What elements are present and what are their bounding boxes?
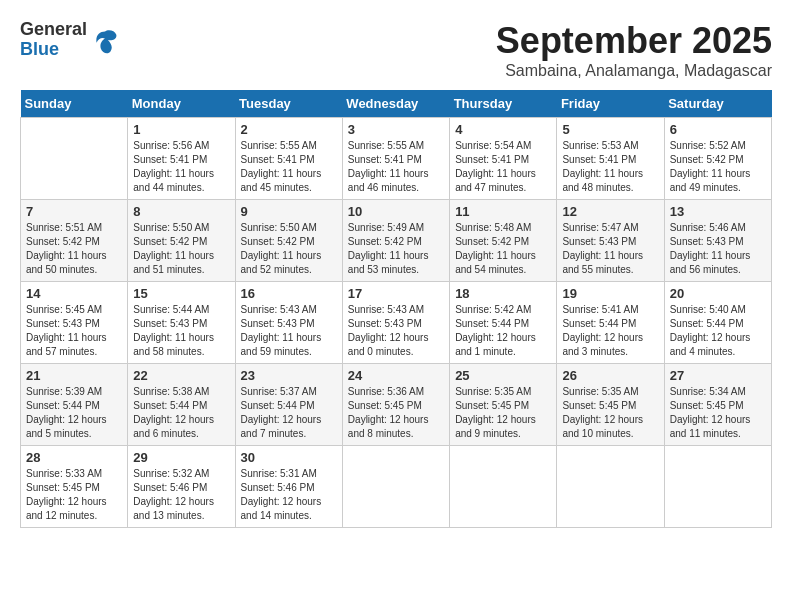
weekday-header-wednesday: Wednesday: [342, 90, 449, 118]
day-number: 21: [26, 368, 122, 383]
day-info: Sunrise: 5:41 AMSunset: 5:44 PMDaylight:…: [562, 304, 643, 357]
day-info: Sunrise: 5:31 AMSunset: 5:46 PMDaylight:…: [241, 468, 322, 521]
calendar-cell: 29Sunrise: 5:32 AMSunset: 5:46 PMDayligh…: [128, 446, 235, 528]
calendar-cell: [342, 446, 449, 528]
calendar-cell: [21, 118, 128, 200]
day-info: Sunrise: 5:33 AMSunset: 5:45 PMDaylight:…: [26, 468, 107, 521]
day-number: 19: [562, 286, 658, 301]
day-info: Sunrise: 5:32 AMSunset: 5:46 PMDaylight:…: [133, 468, 214, 521]
day-info: Sunrise: 5:37 AMSunset: 5:44 PMDaylight:…: [241, 386, 322, 439]
calendar-cell: 21Sunrise: 5:39 AMSunset: 5:44 PMDayligh…: [21, 364, 128, 446]
title-block: September 2025 Sambaina, Analamanga, Mad…: [496, 20, 772, 80]
logo-bird-icon: [91, 26, 119, 54]
calendar-cell: 27Sunrise: 5:34 AMSunset: 5:45 PMDayligh…: [664, 364, 771, 446]
day-info: Sunrise: 5:36 AMSunset: 5:45 PMDaylight:…: [348, 386, 429, 439]
calendar-week-row: 1Sunrise: 5:56 AMSunset: 5:41 PMDaylight…: [21, 118, 772, 200]
calendar-cell: 23Sunrise: 5:37 AMSunset: 5:44 PMDayligh…: [235, 364, 342, 446]
weekday-header-friday: Friday: [557, 90, 664, 118]
day-number: 28: [26, 450, 122, 465]
day-number: 3: [348, 122, 444, 137]
calendar-cell: 25Sunrise: 5:35 AMSunset: 5:45 PMDayligh…: [450, 364, 557, 446]
day-info: Sunrise: 5:35 AMSunset: 5:45 PMDaylight:…: [562, 386, 643, 439]
calendar-cell: 13Sunrise: 5:46 AMSunset: 5:43 PMDayligh…: [664, 200, 771, 282]
day-number: 7: [26, 204, 122, 219]
day-info: Sunrise: 5:46 AMSunset: 5:43 PMDaylight:…: [670, 222, 751, 275]
calendar-table: SundayMondayTuesdayWednesdayThursdayFrid…: [20, 90, 772, 528]
weekday-header-sunday: Sunday: [21, 90, 128, 118]
calendar-week-row: 14Sunrise: 5:45 AMSunset: 5:43 PMDayligh…: [21, 282, 772, 364]
calendar-cell: 16Sunrise: 5:43 AMSunset: 5:43 PMDayligh…: [235, 282, 342, 364]
calendar-cell: [557, 446, 664, 528]
calendar-cell: 22Sunrise: 5:38 AMSunset: 5:44 PMDayligh…: [128, 364, 235, 446]
day-number: 5: [562, 122, 658, 137]
day-number: 20: [670, 286, 766, 301]
day-number: 22: [133, 368, 229, 383]
calendar-cell: 10Sunrise: 5:49 AMSunset: 5:42 PMDayligh…: [342, 200, 449, 282]
day-number: 16: [241, 286, 337, 301]
calendar-cell: 8Sunrise: 5:50 AMSunset: 5:42 PMDaylight…: [128, 200, 235, 282]
day-info: Sunrise: 5:47 AMSunset: 5:43 PMDaylight:…: [562, 222, 643, 275]
calendar-cell: 15Sunrise: 5:44 AMSunset: 5:43 PMDayligh…: [128, 282, 235, 364]
calendar-cell: 20Sunrise: 5:40 AMSunset: 5:44 PMDayligh…: [664, 282, 771, 364]
day-info: Sunrise: 5:55 AMSunset: 5:41 PMDaylight:…: [241, 140, 322, 193]
logo-blue: Blue: [20, 39, 59, 59]
calendar-cell: 12Sunrise: 5:47 AMSunset: 5:43 PMDayligh…: [557, 200, 664, 282]
day-info: Sunrise: 5:40 AMSunset: 5:44 PMDaylight:…: [670, 304, 751, 357]
day-info: Sunrise: 5:55 AMSunset: 5:41 PMDaylight:…: [348, 140, 429, 193]
day-info: Sunrise: 5:45 AMSunset: 5:43 PMDaylight:…: [26, 304, 107, 357]
calendar-week-row: 21Sunrise: 5:39 AMSunset: 5:44 PMDayligh…: [21, 364, 772, 446]
calendar-cell: 7Sunrise: 5:51 AMSunset: 5:42 PMDaylight…: [21, 200, 128, 282]
calendar-cell: 28Sunrise: 5:33 AMSunset: 5:45 PMDayligh…: [21, 446, 128, 528]
day-info: Sunrise: 5:35 AMSunset: 5:45 PMDaylight:…: [455, 386, 536, 439]
calendar-cell: 26Sunrise: 5:35 AMSunset: 5:45 PMDayligh…: [557, 364, 664, 446]
day-info: Sunrise: 5:48 AMSunset: 5:42 PMDaylight:…: [455, 222, 536, 275]
day-number: 24: [348, 368, 444, 383]
calendar-cell: 30Sunrise: 5:31 AMSunset: 5:46 PMDayligh…: [235, 446, 342, 528]
calendar-cell: 5Sunrise: 5:53 AMSunset: 5:41 PMDaylight…: [557, 118, 664, 200]
day-info: Sunrise: 5:34 AMSunset: 5:45 PMDaylight:…: [670, 386, 751, 439]
calendar-cell: 18Sunrise: 5:42 AMSunset: 5:44 PMDayligh…: [450, 282, 557, 364]
calendar-cell: 11Sunrise: 5:48 AMSunset: 5:42 PMDayligh…: [450, 200, 557, 282]
day-info: Sunrise: 5:53 AMSunset: 5:41 PMDaylight:…: [562, 140, 643, 193]
weekday-header-row: SundayMondayTuesdayWednesdayThursdayFrid…: [21, 90, 772, 118]
day-number: 1: [133, 122, 229, 137]
calendar-cell: 17Sunrise: 5:43 AMSunset: 5:43 PMDayligh…: [342, 282, 449, 364]
calendar-cell: 6Sunrise: 5:52 AMSunset: 5:42 PMDaylight…: [664, 118, 771, 200]
location: Sambaina, Analamanga, Madagascar: [496, 62, 772, 80]
day-info: Sunrise: 5:43 AMSunset: 5:43 PMDaylight:…: [348, 304, 429, 357]
calendar-cell: 2Sunrise: 5:55 AMSunset: 5:41 PMDaylight…: [235, 118, 342, 200]
day-number: 14: [26, 286, 122, 301]
calendar-cell: 4Sunrise: 5:54 AMSunset: 5:41 PMDaylight…: [450, 118, 557, 200]
day-number: 30: [241, 450, 337, 465]
day-number: 4: [455, 122, 551, 137]
weekday-header-thursday: Thursday: [450, 90, 557, 118]
day-info: Sunrise: 5:51 AMSunset: 5:42 PMDaylight:…: [26, 222, 107, 275]
day-number: 11: [455, 204, 551, 219]
day-info: Sunrise: 5:50 AMSunset: 5:42 PMDaylight:…: [241, 222, 322, 275]
day-number: 17: [348, 286, 444, 301]
calendar-cell: 9Sunrise: 5:50 AMSunset: 5:42 PMDaylight…: [235, 200, 342, 282]
day-info: Sunrise: 5:54 AMSunset: 5:41 PMDaylight:…: [455, 140, 536, 193]
day-number: 10: [348, 204, 444, 219]
calendar-cell: 3Sunrise: 5:55 AMSunset: 5:41 PMDaylight…: [342, 118, 449, 200]
day-number: 6: [670, 122, 766, 137]
weekday-header-monday: Monday: [128, 90, 235, 118]
logo-text: General Blue: [20, 20, 87, 60]
day-number: 18: [455, 286, 551, 301]
logo-general: General: [20, 19, 87, 39]
month-title: September 2025: [496, 20, 772, 62]
day-info: Sunrise: 5:38 AMSunset: 5:44 PMDaylight:…: [133, 386, 214, 439]
calendar-week-row: 7Sunrise: 5:51 AMSunset: 5:42 PMDaylight…: [21, 200, 772, 282]
day-info: Sunrise: 5:44 AMSunset: 5:43 PMDaylight:…: [133, 304, 214, 357]
day-number: 12: [562, 204, 658, 219]
calendar-cell: 1Sunrise: 5:56 AMSunset: 5:41 PMDaylight…: [128, 118, 235, 200]
day-number: 9: [241, 204, 337, 219]
day-number: 26: [562, 368, 658, 383]
day-number: 13: [670, 204, 766, 219]
calendar-week-row: 28Sunrise: 5:33 AMSunset: 5:45 PMDayligh…: [21, 446, 772, 528]
day-info: Sunrise: 5:39 AMSunset: 5:44 PMDaylight:…: [26, 386, 107, 439]
day-info: Sunrise: 5:49 AMSunset: 5:42 PMDaylight:…: [348, 222, 429, 275]
weekday-header-tuesday: Tuesday: [235, 90, 342, 118]
calendar-cell: 14Sunrise: 5:45 AMSunset: 5:43 PMDayligh…: [21, 282, 128, 364]
day-info: Sunrise: 5:50 AMSunset: 5:42 PMDaylight:…: [133, 222, 214, 275]
